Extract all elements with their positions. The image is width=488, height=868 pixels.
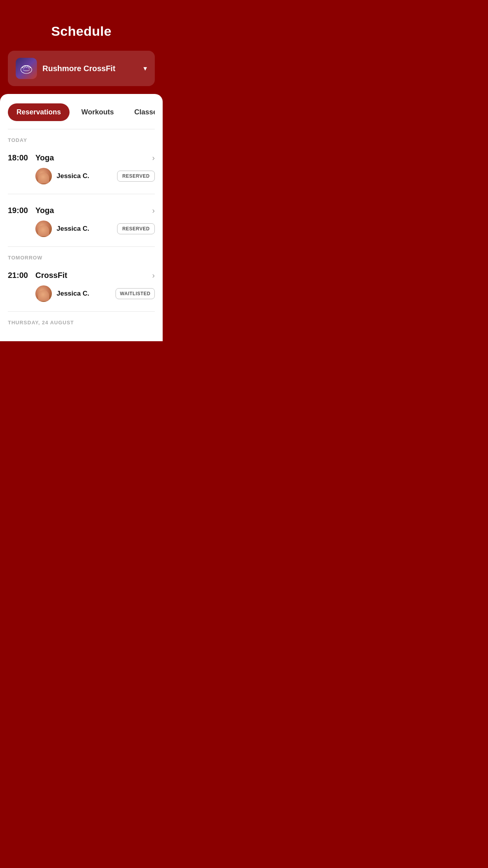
section-label-today: TODAY — [8, 137, 155, 143]
svg-point-3 — [28, 66, 30, 68]
class-row[interactable]: 19:00 Yoga › — [8, 202, 155, 217]
status-badge-waitlisted: WAITLISTED — [116, 288, 155, 299]
class-time: 19:00 — [8, 206, 35, 215]
participant-name: Jessica C. — [57, 225, 117, 233]
gym-logo — [16, 58, 37, 79]
participant-name: Jessica C. — [57, 172, 117, 180]
section-divider — [8, 311, 155, 312]
header-background: Schedule — [0, 0, 163, 51]
svg-point-1 — [23, 66, 25, 68]
class-name: Yoga — [35, 153, 152, 162]
section-label-thursday: THURSDAY, 24 AUGUST — [8, 320, 155, 326]
section-label-tomorrow: TOMORROW — [8, 255, 155, 261]
chevron-right-icon: › — [152, 271, 155, 280]
gym-selector[interactable]: Rushmore CrossFit ▾ — [8, 51, 155, 86]
chevron-right-icon: › — [152, 153, 155, 162]
participant-row: Jessica C. WAITLISTED — [35, 282, 155, 308]
tabs-divider — [8, 129, 155, 129]
page-title: Schedule — [8, 24, 155, 39]
main-content-card: Reservations Workouts Classes Ap... TODA… — [0, 94, 163, 341]
gym-dropdown-icon[interactable]: ▾ — [143, 64, 147, 73]
item-divider — [8, 194, 155, 194]
class-time: 21:00 — [8, 271, 35, 280]
class-row[interactable]: 18:00 Yoga › — [8, 149, 155, 165]
class-time: 18:00 — [8, 153, 35, 162]
avatar — [35, 285, 52, 302]
avatar — [35, 221, 52, 237]
class-name: CrossFit — [35, 271, 152, 280]
avatar — [35, 168, 52, 184]
participant-row: Jessica C. RESERVED — [35, 165, 155, 191]
chevron-right-icon: › — [152, 206, 155, 215]
class-name: Yoga — [35, 206, 152, 215]
tabs-row: Reservations Workouts Classes Ap... — [8, 103, 155, 121]
participant-row: Jessica C. RESERVED — [35, 217, 155, 243]
tab-reservations[interactable]: Reservations — [8, 103, 70, 121]
class-row[interactable]: 21:00 CrossFit › — [8, 267, 155, 282]
status-badge-reserved: RESERVED — [117, 171, 155, 182]
status-badge-reserved: RESERVED — [117, 223, 155, 234]
gym-name: Rushmore CrossFit — [42, 64, 138, 73]
section-divider — [8, 246, 155, 247]
tab-classes[interactable]: Classes — [126, 103, 155, 121]
tab-workouts[interactable]: Workouts — [73, 103, 123, 121]
participant-name: Jessica C. — [57, 290, 116, 298]
